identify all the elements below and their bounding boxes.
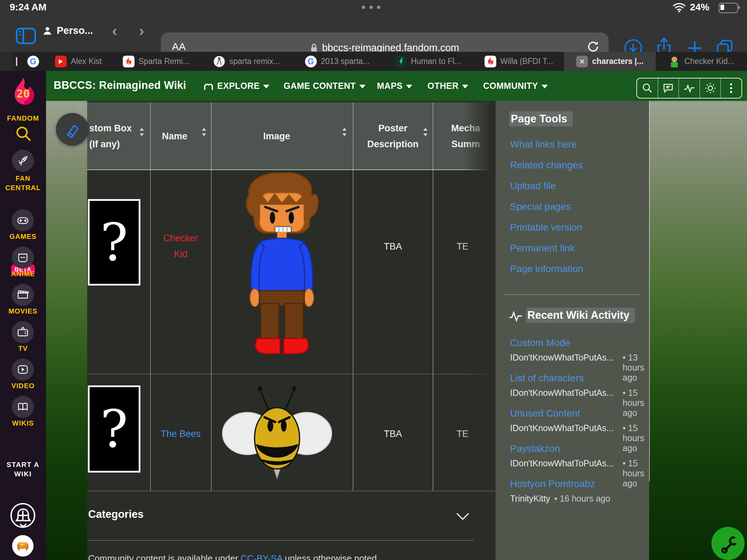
chevron-down-icon [406, 85, 412, 88]
page-tools-link[interactable]: Related changes [510, 159, 583, 171]
anime-label[interactable]: ANIME [0, 270, 46, 278]
page-tools-link[interactable]: Permanent link [510, 242, 575, 254]
sidebar-item-video[interactable] [12, 358, 34, 381]
activity-link[interactable]: Unused Content [510, 408, 580, 419]
theme-sun-icon[interactable] [700, 78, 721, 98]
browser-tab[interactable]: Sparta Remi... [111, 52, 202, 71]
clock: 9:24 AM [10, 2, 46, 13]
table-row-separator [87, 491, 496, 491]
sort-icon[interactable] [423, 127, 428, 137]
video-label[interactable]: VIDEO [0, 382, 46, 390]
activity-link[interactable]: Hostyon Pomtroabz [510, 478, 595, 489]
fandom-favicon [485, 56, 496, 67]
wiki-title[interactable]: BBCCS: Reimagined Wiki [54, 79, 186, 92]
sidebar-item-tv[interactable] [12, 321, 34, 343]
activity-link[interactable]: Custom Mode [510, 337, 570, 348]
page-tools-link[interactable]: Special pages [510, 200, 571, 213]
start-a-wiki-label[interactable]: START A [0, 461, 46, 469]
column-header-poster-description[interactable]: PosterDescription [353, 120, 433, 152]
sort-icon[interactable] [201, 127, 207, 137]
checker-kid-image[interactable] [221, 169, 342, 358]
sidebar-item-games[interactable] [12, 209, 34, 231]
sort-icon[interactable] [342, 127, 347, 137]
back-button[interactable]: ‹ [112, 22, 117, 39]
page-tools-link[interactable]: What links here [510, 138, 577, 151]
play-icon [17, 363, 29, 376]
placeholder-question-image[interactable]: ? [88, 385, 140, 473]
fandom-brand-label[interactable]: FANDOM [0, 114, 46, 122]
activity-byline: TrinityKitty• 16 hours ago [510, 494, 610, 504]
edit-page-button[interactable] [56, 113, 89, 146]
sidebar-item-wikis[interactable] [12, 396, 34, 418]
wrench-icon [717, 533, 739, 554]
forward-button[interactable]: › [139, 22, 144, 39]
column-header-image[interactable]: Image [211, 128, 342, 144]
browser-tab[interactable]: Human to Fl... [382, 52, 474, 71]
youtube-favicon [55, 56, 67, 67]
nav-community[interactable]: COMMUNITY [483, 71, 548, 101]
avatar[interactable] [12, 535, 34, 557]
browser-tab[interactable]: Alex Kist [46, 52, 111, 71]
browser-tab[interactable]: G [20, 52, 46, 71]
sidebar-item-fan-central[interactable] [12, 150, 34, 172]
tv-icon [16, 326, 29, 339]
search-icon[interactable] [637, 78, 658, 98]
fan-central-label[interactable]: CENTRAL [0, 184, 46, 192]
browser-tab[interactable]: Willa (BFDI T... [473, 52, 564, 71]
nav-explore[interactable]: EXPLORE [203, 71, 269, 101]
movies-label[interactable]: MOVIES [0, 307, 46, 315]
character-link-checker-kid[interactable]: CheckerKid [150, 230, 211, 262]
notification-bell-icon[interactable] [14, 507, 33, 528]
activity-link[interactable]: List of characters [510, 373, 584, 384]
person-icon [42, 26, 53, 36]
baldi-favicon [668, 56, 680, 67]
gamepad-icon [16, 214, 29, 227]
status-bar: 9:24 AM 24% [0, 0, 747, 15]
sort-icon[interactable] [139, 127, 145, 137]
the-bees-image[interactable] [220, 380, 344, 484]
sidebar-item-movies[interactable] [12, 284, 34, 306]
nav-other[interactable]: OTHER [427, 71, 468, 101]
activity-pulse-icon [509, 310, 523, 322]
profile-button[interactable]: Perso... [42, 25, 93, 36]
activity-icon[interactable] [679, 78, 700, 98]
deviantart-favicon [395, 56, 407, 67]
character-link-the-bees[interactable]: The Bees [150, 426, 211, 442]
page-tools-link[interactable]: Printable version [510, 221, 582, 234]
admin-tools-button[interactable] [711, 527, 745, 560]
sidebar-item-anime[interactable] [12, 246, 34, 269]
discussions-icon[interactable] [658, 78, 679, 98]
fandom-20-logo-icon[interactable]: 20 [8, 76, 38, 112]
search-icon[interactable] [15, 125, 32, 142]
activity-link[interactable]: Paystakzon [510, 443, 560, 454]
fan-central-label[interactable]: FAN [0, 175, 46, 183]
cc-by-sa-link[interactable]: CC-BY-SA [241, 553, 282, 560]
wikis-label[interactable]: WIKIS [0, 419, 46, 427]
column-header-name[interactable]: Name [150, 128, 199, 144]
table-row-separator [87, 374, 496, 374]
tab-sliver-icon [16, 57, 17, 66]
start-a-wiki-label[interactable]: WIKI [0, 470, 46, 478]
nav-maps[interactable]: MAPS [377, 71, 412, 101]
table-header-row: stom Box(If any) Name Image PosterDescri… [87, 102, 496, 170]
tv-label[interactable]: TV [0, 345, 46, 353]
chevron-down-icon[interactable] [456, 512, 470, 521]
sidebar-toggle-icon[interactable] [16, 28, 36, 44]
clapperboard-icon [16, 288, 29, 301]
page-tools-link[interactable]: Upload file [510, 180, 556, 192]
browser-tab[interactable]: sparta remix... [201, 52, 292, 71]
browser-tab[interactable]: G 2013 sparta... [292, 52, 383, 71]
page-tools-link[interactable]: Page information [510, 263, 583, 275]
browser-tab[interactable] [13, 52, 20, 71]
kebab-menu-icon[interactable] [721, 78, 741, 98]
categories-heading: Categories [88, 508, 144, 521]
placeholder-question-image[interactable]: ? [88, 199, 140, 286]
browser-tab[interactable]: Checker Kid... [656, 52, 747, 71]
chevron-down-icon [359, 85, 366, 88]
wiki-header: BBCCS: Reimagined Wiki EXPLORE GAME CONT… [46, 71, 747, 101]
browser-tab-active[interactable]: × characters |... [564, 52, 656, 71]
close-tab-icon[interactable]: × [576, 56, 588, 67]
games-label[interactable]: GAMES [0, 233, 46, 241]
page-tools-heading: Page Tools [509, 111, 573, 127]
nav-game-content[interactable]: GAME CONTENT [284, 71, 366, 101]
